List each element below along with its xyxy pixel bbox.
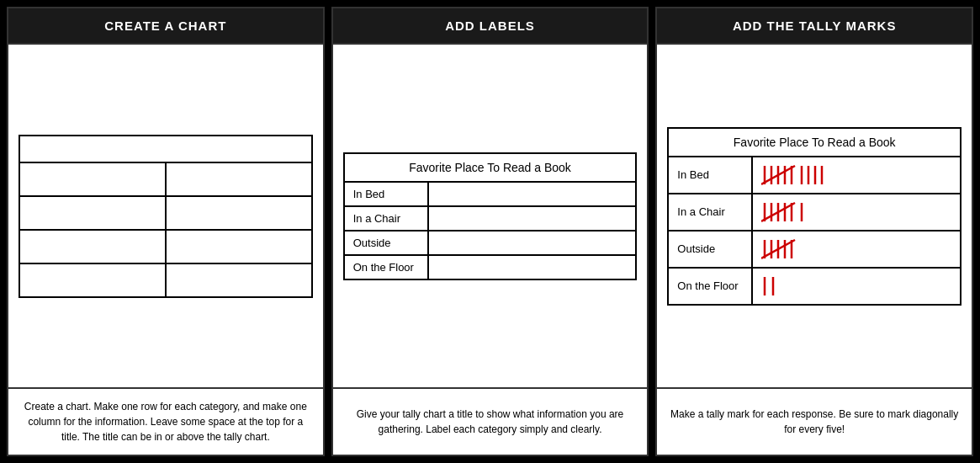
column-add-labels: ADD LABELS Favorite Place To Read a Book… — [331, 7, 649, 456]
tally-chart-table: Favorite Place To Read a Book In Bed — [667, 127, 961, 306]
empty-chart-table — [19, 135, 313, 298]
tally-marks-outside — [761, 237, 803, 262]
columns-row: CREATE A CHART — [7, 7, 973, 456]
main-container: CREATE A CHART — [0, 0, 980, 463]
empty-title-cell — [19, 136, 312, 162]
empty-cell-r4c1 — [19, 263, 166, 297]
tally-marks-in-a-chair — [761, 200, 820, 225]
add-tally-content: Favorite Place To Read a Book In Bed — [655, 45, 973, 389]
create-chart-content — [7, 45, 325, 389]
label-on-the-floor: On the Floor — [344, 255, 428, 279]
data-on-the-floor — [428, 255, 637, 279]
add-labels-footer: Give your tally chart a title to show wh… — [331, 389, 649, 456]
data-in-bed — [428, 182, 637, 206]
add-labels-header: ADD LABELS — [331, 7, 649, 45]
tally-label-on-the-floor: On the Floor — [668, 268, 752, 305]
tally-label-in-bed: In Bed — [668, 157, 752, 194]
tally-data-in-bed — [752, 157, 961, 194]
labels-chart-title: Favorite Place To Read a Book — [344, 153, 637, 182]
tally-marks-in-bed — [761, 162, 837, 188]
data-outside — [428, 231, 637, 255]
empty-cell-r2c1 — [19, 196, 166, 230]
label-in-bed: In Bed — [344, 182, 428, 206]
empty-cell-r1c2 — [166, 162, 312, 196]
tally-data-on-the-floor — [752, 268, 961, 305]
labels-chart-table: Favorite Place To Read a Book In Bed In … — [343, 152, 638, 280]
tally-label-in-a-chair: In a Chair — [668, 194, 752, 231]
create-chart-footer: Create a chart. Make one row for each ca… — [7, 389, 325, 456]
tally-marks-on-the-floor — [761, 274, 787, 299]
empty-cell-r1c1 — [19, 162, 166, 196]
create-chart-header: CREATE A CHART — [7, 7, 325, 45]
empty-cell-r2c2 — [166, 196, 312, 230]
add-tally-header: ADD THE TALLY MARKS — [655, 7, 973, 45]
empty-cell-r3c1 — [19, 230, 166, 263]
label-outside: Outside — [344, 231, 428, 255]
empty-cell-r4c2 — [166, 263, 312, 297]
empty-cell-r3c2 — [166, 230, 312, 263]
column-create-chart: CREATE A CHART — [7, 7, 325, 456]
add-labels-content: Favorite Place To Read a Book In Bed In … — [331, 45, 649, 389]
tally-chart-title: Favorite Place To Read a Book — [668, 128, 961, 157]
column-add-tally: ADD THE TALLY MARKS Favorite Place To Re… — [655, 7, 973, 456]
add-tally-footer: Make a tally mark for each response. Be … — [655, 389, 973, 456]
tally-data-in-a-chair — [752, 194, 961, 231]
label-in-a-chair: In a Chair — [344, 206, 428, 231]
tally-data-outside — [752, 231, 961, 268]
data-in-a-chair — [428, 206, 637, 231]
tally-label-outside: Outside — [668, 231, 752, 268]
